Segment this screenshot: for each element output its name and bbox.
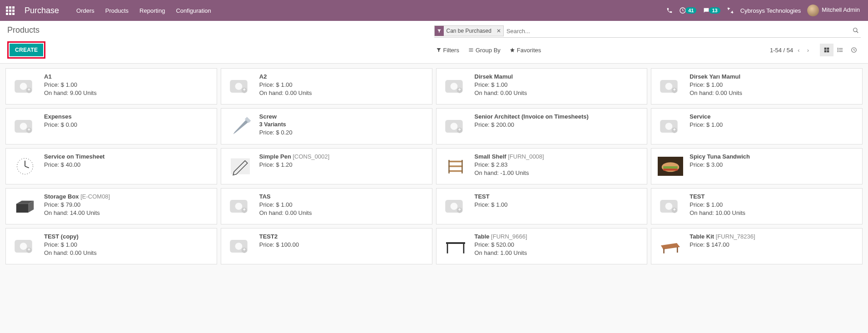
phone-icon[interactable] xyxy=(666,7,673,14)
create-button-highlight: CREATE xyxy=(7,41,45,59)
product-price: Price: $ 0.00 xyxy=(44,121,77,128)
product-card[interactable]: Storage Box [E-COM08]Price: $ 79.00On ha… xyxy=(5,188,217,224)
product-name: Simple Pen [CONS_0002] xyxy=(259,153,330,160)
product-name: Storage Box [E-COM08] xyxy=(44,193,110,200)
svg-point-12 xyxy=(838,48,838,49)
product-card[interactable]: Dirsek Yarı MamulPrice: $ 1.00On hand: 0… xyxy=(651,68,863,104)
nav-reporting[interactable]: Reporting xyxy=(135,5,169,17)
product-card[interactable]: ExpensesPrice: $ 0.00 xyxy=(5,108,217,144)
create-button[interactable]: CREATE xyxy=(10,44,43,56)
product-price: Price: $ 100.00 xyxy=(259,241,299,248)
product-thumbnail xyxy=(656,193,685,219)
product-name: Service on Timesheet xyxy=(44,153,104,160)
filters-label: Filters xyxy=(443,47,459,54)
product-thumbnail xyxy=(226,113,255,139)
product-price: Price: $ 1.00 xyxy=(689,121,723,128)
list-view-icon[interactable] xyxy=(833,44,847,56)
product-card[interactable]: Service on TimesheetPrice: $ 40.00 xyxy=(5,148,217,184)
search-facet: Can be Purchased ✕ xyxy=(434,25,504,36)
product-card[interactable]: A1Price: $ 1.00On hand: 9.00 Units xyxy=(5,68,217,104)
activity-view-icon[interactable] xyxy=(847,44,861,56)
product-price: Price: $ 1.00 xyxy=(259,201,312,208)
pager-next-icon[interactable]: › xyxy=(804,45,812,55)
nav-configuration[interactable]: Configuration xyxy=(171,5,215,17)
pager-prev-icon[interactable]: ‹ xyxy=(795,45,802,55)
product-price: Price: $ 3.00 xyxy=(689,161,750,168)
pager-text: 1-54 / 54 xyxy=(770,47,793,54)
groupby-label: Group By xyxy=(476,47,501,54)
app-title[interactable]: Purchase xyxy=(25,6,59,15)
activity-badge: 41 xyxy=(685,7,696,14)
product-name: A1 xyxy=(44,73,97,80)
groupby-menu[interactable]: Group By xyxy=(468,47,501,54)
product-thumbnail xyxy=(226,193,255,219)
search-icon[interactable] xyxy=(851,27,861,35)
product-thumbnail xyxy=(10,113,40,139)
filters-menu[interactable]: Filters xyxy=(436,47,459,54)
product-name: TEST xyxy=(475,193,508,200)
product-name: TEST (copy) xyxy=(44,233,97,240)
favorites-menu[interactable]: Favorites xyxy=(510,47,541,54)
product-onhand: On hand: 0.00 Units xyxy=(44,249,97,256)
breadcrumb: Products xyxy=(7,25,40,35)
nav-products[interactable]: Products xyxy=(101,5,133,17)
product-card[interactable]: TESTPrice: $ 1.00On hand: 10.00 Units xyxy=(651,188,863,224)
activity-icon[interactable]: 41 xyxy=(679,7,696,14)
product-code: [FURN_78236] xyxy=(716,233,755,240)
product-card[interactable]: TEST2Price: $ 100.00 xyxy=(221,228,432,264)
product-name: TEST2 xyxy=(259,233,299,240)
product-price: Price: $ 2.83 xyxy=(475,161,544,168)
messaging-badge: 13 xyxy=(709,7,720,14)
svg-rect-7 xyxy=(824,50,827,53)
product-thumbnail xyxy=(441,233,470,259)
facet-remove-icon[interactable]: ✕ xyxy=(494,28,503,34)
product-name: Table Kit [FURN_78236] xyxy=(689,233,755,240)
product-card[interactable]: Spicy Tuna SandwichPrice: $ 3.00 xyxy=(651,148,863,184)
product-thumbnail xyxy=(656,233,685,259)
product-code: [E-COM08] xyxy=(80,193,110,200)
product-price: Price: $ 1.20 xyxy=(259,161,330,168)
product-thumbnail xyxy=(10,73,40,99)
svg-rect-8 xyxy=(827,50,829,53)
search-input[interactable] xyxy=(504,26,851,36)
product-onhand: On hand: 14.00 Units xyxy=(44,209,110,216)
svg-point-13 xyxy=(838,50,838,50)
product-onhand: On hand: 10.00 Units xyxy=(689,209,745,216)
product-card[interactable]: Simple Pen [CONS_0002]Price: $ 1.20 xyxy=(221,148,432,184)
avatar-icon xyxy=(807,5,819,16)
product-price: Price: $ 1.00 xyxy=(259,81,312,88)
product-card[interactable]: Senior Architect (Invoice on Timesheets)… xyxy=(436,108,648,144)
product-name: A2 xyxy=(259,73,312,80)
debug-icon[interactable] xyxy=(727,7,734,14)
product-thumbnail xyxy=(441,73,470,99)
product-onhand: On hand: 9.00 Units xyxy=(44,89,97,96)
messaging-icon[interactable]: 13 xyxy=(703,7,720,14)
product-code: [CONS_0002] xyxy=(293,153,329,160)
product-card[interactable]: TASPrice: $ 1.00On hand: 0.00 Units xyxy=(221,188,432,224)
product-card[interactable]: TESTPrice: $ 1.00 xyxy=(436,188,648,224)
product-price: Price: $ 200.00 xyxy=(475,121,589,128)
company-name[interactable]: Cybrosys Technologies xyxy=(740,7,801,14)
product-price: Price: $ 1.00 xyxy=(475,81,527,88)
control-panel: Products Can be Purchased ✕ CREATE Filte… xyxy=(0,21,868,64)
product-name: Dirsek Mamul xyxy=(475,73,527,80)
svg-rect-3 xyxy=(469,50,473,50)
product-name: Service xyxy=(689,113,723,120)
kanban-view-icon[interactable] xyxy=(820,44,833,56)
product-card[interactable]: Small Shelf [FURN_0008]Price: $ 2.83On h… xyxy=(436,148,648,184)
product-card[interactable]: Table Kit [FURN_78236]Price: $ 147.00 xyxy=(651,228,863,264)
product-card[interactable]: Dirsek MamulPrice: $ 1.00On hand: 0.00 U… xyxy=(436,68,648,104)
product-code: [FURN_9666] xyxy=(491,233,527,240)
search-bar[interactable]: Can be Purchased ✕ xyxy=(434,25,861,38)
nav-orders[interactable]: Orders xyxy=(72,5,99,17)
product-card[interactable]: Screw3 VariantsPrice: $ 0.20 xyxy=(221,108,432,144)
product-card[interactable]: TEST (copy)Price: $ 1.00On hand: 0.00 Un… xyxy=(5,228,217,264)
product-card[interactable]: ServicePrice: $ 1.00 xyxy=(651,108,863,144)
view-switcher xyxy=(820,44,861,56)
user-menu[interactable]: Mitchell Admin xyxy=(807,5,860,16)
product-card[interactable]: Table [FURN_9666]Price: $ 520.00On hand:… xyxy=(436,228,648,264)
product-card[interactable]: A2Price: $ 1.00On hand: 0.00 Units xyxy=(221,68,432,104)
product-code: [FURN_0008] xyxy=(508,153,544,160)
product-name: Spicy Tuna Sandwich xyxy=(689,153,750,160)
apps-menu-icon[interactable] xyxy=(4,4,16,17)
